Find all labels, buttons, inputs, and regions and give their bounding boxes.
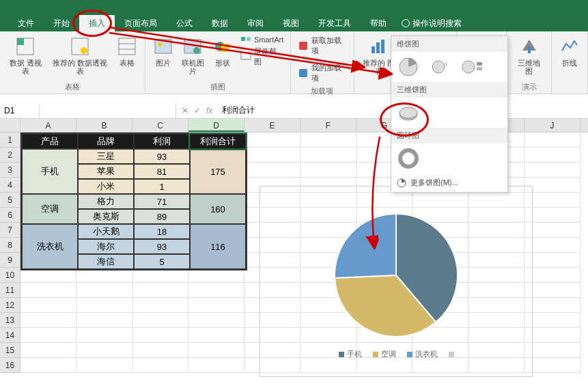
cell[interactable] — [132, 358, 188, 373]
cell[interactable] — [524, 268, 580, 283]
row-header[interactable]: 12 — [0, 298, 20, 313]
cell[interactable] — [524, 313, 580, 328]
row-header[interactable]: 13 — [0, 313, 20, 328]
cell[interactable] — [524, 133, 580, 148]
row-header[interactable]: 10 — [0, 268, 20, 283]
tab-data[interactable]: 数据 — [202, 15, 238, 32]
cell[interactable] — [524, 193, 580, 208]
shapes-button[interactable]: 形状 — [209, 34, 236, 81]
cell[interactable] — [524, 328, 580, 343]
row-header[interactable]: 7 — [0, 223, 20, 238]
cell[interactable] — [188, 283, 244, 298]
cell[interactable] — [76, 298, 132, 313]
col-header[interactable]: E — [244, 119, 300, 132]
cell[interactable] — [524, 238, 580, 253]
col-header[interactable]: B — [76, 119, 132, 132]
cancel-icon[interactable]: ✕ — [182, 106, 188, 115]
cell[interactable] — [76, 283, 132, 298]
col-header[interactable]: J — [524, 119, 580, 132]
name-box[interactable]: D1 — [0, 105, 40, 117]
cell[interactable] — [20, 328, 76, 343]
cell[interactable] — [20, 313, 76, 328]
rec-pivot-button[interactable]: 推荐的 数据透视表 — [48, 34, 111, 81]
col-header[interactable]: A — [20, 119, 76, 132]
pie-3d-option[interactable] — [397, 102, 423, 124]
cell[interactable] — [76, 328, 132, 343]
online-picture-button[interactable]: 联机图片 — [178, 34, 208, 81]
row-header[interactable]: 1 — [0, 133, 20, 148]
select-all-corner[interactable] — [0, 119, 20, 132]
tab-formula[interactable]: 公式 — [167, 15, 202, 32]
row-header[interactable]: 15 — [0, 343, 20, 358]
cell[interactable] — [132, 328, 188, 343]
cell[interactable] — [524, 178, 580, 193]
fx-icon[interactable]: fx — [206, 106, 212, 115]
cell[interactable] — [132, 298, 188, 313]
cell[interactable] — [524, 148, 580, 163]
cell[interactable] — [132, 313, 188, 328]
table-button[interactable]: 表格 — [113, 34, 141, 81]
col-header[interactable]: C — [132, 119, 188, 132]
pivot-table-button[interactable]: 数据 透视表 — [4, 34, 46, 81]
cell[interactable] — [188, 298, 244, 313]
cell[interactable] — [244, 148, 300, 163]
cell[interactable] — [524, 298, 580, 313]
cell[interactable] — [188, 313, 244, 328]
cell[interactable] — [20, 298, 76, 313]
tab-layout[interactable]: 页面布局 — [115, 15, 167, 32]
tab-help[interactable]: 帮助 — [361, 15, 396, 32]
tab-insert[interactable]: 插入 — [79, 15, 115, 32]
cell[interactable] — [524, 163, 580, 178]
cell[interactable] — [300, 148, 356, 163]
data-table[interactable]: 产品 品牌 利润 利润合计 手机三星93175 苹果81 小米1 空调格力711… — [20, 133, 247, 270]
cell[interactable] — [244, 163, 300, 178]
cell[interactable] — [76, 313, 132, 328]
get-addins-button[interactable]: 获取加载项 — [295, 34, 349, 57]
row-header[interactable]: 9 — [0, 253, 20, 268]
tab-review[interactable]: 审阅 — [238, 15, 273, 32]
cell[interactable] — [188, 358, 244, 373]
cell[interactable] — [20, 358, 76, 373]
cell[interactable] — [524, 223, 580, 238]
cell[interactable] — [244, 133, 300, 148]
cell[interactable] — [300, 133, 356, 148]
row-header[interactable]: 14 — [0, 328, 20, 343]
cell[interactable] — [524, 283, 580, 298]
row-header[interactable]: 16 — [0, 358, 20, 373]
row-header[interactable]: 5 — [0, 193, 20, 208]
tab-file[interactable]: 文件 — [8, 15, 44, 32]
col-header[interactable]: D — [188, 119, 244, 132]
cell[interactable] — [132, 343, 188, 358]
embedded-pie-chart[interactable]: 手机 空调 洗衣机 — [260, 186, 533, 377]
cell[interactable] — [20, 283, 76, 298]
my-addins-button[interactable]: 我的加载项 — [295, 61, 349, 85]
3d-map-button[interactable]: 三维地 图 — [511, 34, 547, 81]
cell[interactable] — [524, 253, 580, 268]
sparkline-button[interactable]: 折线 — [556, 34, 583, 94]
cell[interactable] — [188, 328, 244, 343]
pie-2d-option[interactable] — [397, 56, 423, 78]
pie-bar-option[interactable] — [460, 56, 486, 78]
cell[interactable] — [524, 358, 580, 373]
screenshot-button[interactable]: 屏幕截图 — [238, 46, 286, 67]
tell-me-search[interactable]: 操作说明搜索 — [402, 18, 462, 29]
tab-view[interactable]: 视图 — [273, 15, 309, 32]
picture-button[interactable]: 图片 — [150, 34, 177, 81]
row-header[interactable]: 6 — [0, 208, 20, 223]
tab-home[interactable]: 开始 — [44, 15, 79, 32]
cell[interactable] — [188, 343, 244, 358]
smartart-button[interactable]: SmartArt — [238, 34, 286, 45]
row-header[interactable]: 3 — [0, 163, 20, 178]
cell[interactable] — [300, 163, 356, 178]
cell[interactable] — [76, 343, 132, 358]
cell[interactable] — [524, 208, 580, 223]
row-header[interactable]: 8 — [0, 238, 20, 253]
cell[interactable] — [524, 343, 580, 358]
more-pie-charts[interactable]: 更多饼图(M)... — [391, 173, 507, 192]
confirm-icon[interactable]: ✓ — [194, 106, 201, 115]
cell[interactable] — [20, 343, 76, 358]
col-header[interactable]: F — [300, 119, 356, 132]
row-header[interactable]: 4 — [0, 178, 20, 193]
cell[interactable] — [132, 283, 188, 298]
tab-dev[interactable]: 开发工具 — [309, 15, 361, 32]
